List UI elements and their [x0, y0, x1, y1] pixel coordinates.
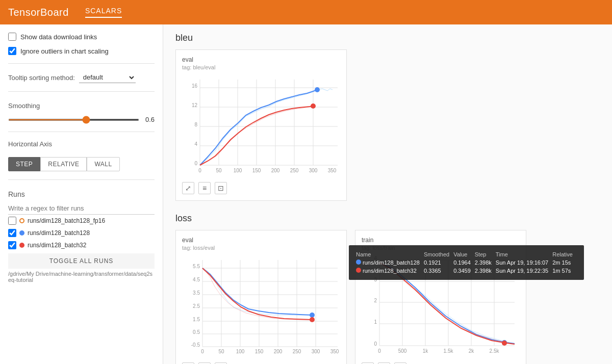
smoothing-label: Smoothing	[8, 102, 155, 110]
divider-3	[8, 132, 155, 132]
tooltip-dot-red	[356, 268, 361, 273]
run-checkbox-fp16[interactable]	[8, 217, 16, 225]
svg-text:0: 0	[374, 341, 377, 347]
main-content: bleu eval tag: bleu/eval 0 4 8	[163, 24, 612, 364]
bleu-expand-btn[interactable]: ⤢	[182, 182, 194, 194]
svg-text:250: 250	[293, 349, 301, 354]
svg-text:2.5k: 2.5k	[490, 348, 500, 354]
bleu-image-btn[interactable]: ⊡	[215, 182, 227, 194]
run-item-batch128: runs/dim128_batch128	[8, 227, 155, 239]
show-download-row[interactable]: Show data download links	[8, 33, 155, 41]
tooltip-smoothed-red: 0.3365	[424, 267, 453, 275]
run-color-batch32	[19, 243, 24, 248]
loss-eval-subtitle: eval	[182, 237, 340, 244]
tooltip-col-value: Value	[453, 250, 475, 258]
svg-text:3.5: 3.5	[193, 290, 200, 296]
svg-point-57	[310, 317, 315, 322]
bleu-section-title: bleu	[175, 33, 600, 43]
svg-point-81	[502, 341, 507, 346]
runs-section: Runs runs/dim128_batch128_fp16 runs/dim1…	[8, 190, 155, 283]
run-checkbox-batch32[interactable]	[8, 241, 16, 249]
smoothing-slider[interactable]	[8, 119, 139, 121]
tooltip-step-red: 2.398k	[475, 267, 496, 275]
app-header: TensorBoard SCALARS	[0, 0, 612, 24]
tooltip-value-blue: 0.1964	[453, 258, 475, 267]
tooltip-relative-blue: 2m 15s	[552, 258, 577, 267]
chart-tooltip: Name Smoothed Value Step Time Relative	[349, 245, 584, 280]
svg-text:100: 100	[236, 349, 245, 354]
svg-text:-0.5: -0.5	[191, 342, 200, 348]
bleu-eval-card: eval tag: bleu/eval 0 4 8 12 16	[175, 49, 347, 201]
svg-text:50: 50	[216, 168, 222, 173]
svg-text:300: 300	[312, 349, 320, 354]
tooltip-step-blue: 2.398k	[475, 258, 496, 267]
run-checkbox-batch128[interactable]	[8, 229, 16, 237]
axis-btn-step[interactable]: STEP	[8, 157, 40, 171]
svg-text:350: 350	[328, 168, 337, 173]
tooltip-col-name: Name	[356, 250, 424, 258]
loss-section-title: loss	[175, 213, 600, 224]
svg-text:0.5: 0.5	[193, 329, 200, 335]
ignore-outliers-label: Ignore outliers in chart scaling	[20, 47, 109, 55]
svg-text:0: 0	[201, 349, 204, 354]
axis-buttons-group: STEP RELATIVE WALL	[8, 157, 155, 171]
bleu-eval-tag: tag: bleu/eval	[182, 64, 340, 70]
axis-btn-wall[interactable]: WALL	[87, 157, 119, 171]
nav-scalars[interactable]: SCALARS	[85, 7, 122, 18]
bleu-eval-controls: ⤢ ≡ ⊡	[182, 182, 340, 194]
svg-text:2.5: 2.5	[193, 303, 200, 309]
ignore-outliers-row[interactable]: Ignore outliers in chart scaling	[8, 47, 155, 55]
sidebar: Show data download links Ignore outliers…	[0, 24, 163, 364]
run-name-fp16: runs/dim128_batch128_fp16	[28, 217, 105, 224]
show-download-checkbox[interactable]	[8, 33, 16, 41]
svg-text:16: 16	[192, 83, 198, 89]
data-path: /gdrive/My Drive/machine-learning/transf…	[8, 271, 155, 283]
smoothing-row: 0.6	[8, 116, 155, 123]
svg-text:300: 300	[309, 168, 318, 173]
run-name-batch32: runs/dim128_batch32	[28, 242, 86, 249]
tooltip-name-blue: runs/dim128_batch128	[356, 258, 424, 267]
run-item-batch32: runs/dim128_batch32	[8, 239, 155, 251]
svg-text:500: 500	[398, 348, 407, 354]
svg-text:350: 350	[330, 349, 339, 354]
tooltip-sort-row: Tooltip sorting method: default ascendin…	[8, 72, 155, 83]
svg-text:8: 8	[194, 122, 197, 127]
bleu-eval-subtitle: eval	[182, 56, 340, 63]
tooltip-value-red: 0.3459	[453, 267, 475, 275]
show-download-label: Show data download links	[20, 33, 97, 41]
runs-filter-input[interactable]	[8, 202, 155, 215]
svg-text:100: 100	[234, 168, 242, 173]
tooltip-relative-red: 1m 57s	[552, 267, 577, 275]
svg-text:0: 0	[378, 348, 381, 354]
loss-eval-svg: -0.5 0.5 1.5 2.5 3.5 4.5 5.5 0 50	[182, 255, 340, 357]
svg-text:2: 2	[374, 298, 377, 303]
tooltip-sort-select[interactable]: default ascending descending nearest	[79, 72, 136, 83]
bleu-data-btn[interactable]: ≡	[198, 182, 211, 194]
toggle-all-button[interactable]: TOGGLE ALL RUNS	[8, 253, 155, 269]
ignore-outliers-checkbox[interactable]	[8, 47, 16, 55]
svg-text:0: 0	[198, 168, 201, 173]
tooltip-time-blue: Sun Apr 19, 19:16:07	[496, 258, 552, 267]
runs-title: Runs	[8, 190, 155, 198]
horizontal-axis-label: Horizontal Axis	[8, 140, 155, 148]
tooltip-sort-label: Tooltip sorting method:	[8, 74, 75, 82]
loss-train-subtitle: train	[362, 237, 520, 244]
loss-eval-card: eval tag: loss/eval -0.5 0.5 1.5 2.5	[175, 230, 347, 364]
svg-text:50: 50	[218, 349, 224, 354]
axis-btn-relative[interactable]: RELATIVE	[40, 157, 87, 171]
svg-text:5.5: 5.5	[193, 264, 200, 269]
loss-eval-tag: tag: loss/eval	[182, 245, 340, 251]
run-color-fp16	[19, 218, 24, 223]
tooltip-row-red: runs/dim128_batch32 0.3365 0.3459 2.398k…	[356, 267, 577, 275]
divider-2	[8, 91, 155, 92]
tooltip-time-red: Sun Apr 19, 19:22:35	[496, 267, 552, 275]
svg-point-26	[311, 103, 316, 109]
tooltip-smoothed-blue: 0.1921	[424, 258, 453, 267]
loss-eval-chart-area: -0.5 0.5 1.5 2.5 3.5 4.5 5.5 0 50	[182, 255, 340, 358]
tooltip-col-relative: Relative	[552, 250, 577, 258]
tooltip-row-blue: runs/dim128_batch128 0.1921 0.1964 2.398…	[356, 258, 577, 267]
run-item-fp16: runs/dim128_batch128_fp16	[8, 215, 155, 227]
tooltip-dot-blue	[356, 259, 361, 265]
svg-text:0: 0	[194, 161, 197, 166]
tooltip-col-smoothed: Smoothed	[424, 250, 453, 258]
